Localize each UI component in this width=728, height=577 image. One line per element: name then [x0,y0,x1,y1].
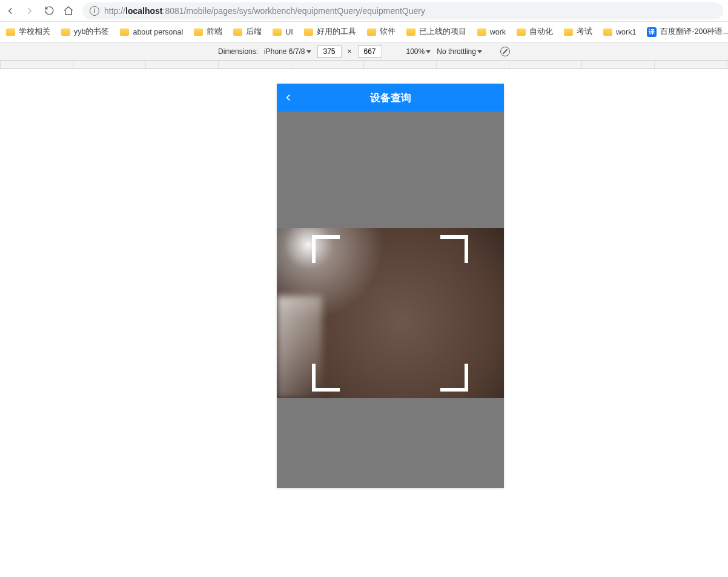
bookmark-item[interactable]: about personal [120,28,183,36]
folder-icon [6,28,15,36]
rotate-icon[interactable] [500,47,510,56]
bookmark-label: 前端 [207,27,222,37]
device-canvas: 设备查询 [0,69,728,577]
bookmark-label: about personal [133,28,183,36]
translate-icon: 译 [647,27,657,37]
bookmark-label: 已上线的项目 [419,27,466,37]
folder-icon [564,28,573,36]
bookmark-item[interactable]: work [477,28,506,36]
url-bar[interactable]: i http://localhost:8081/mobile/pages/sys… [82,2,723,19]
folder-icon [304,28,313,36]
bookmark-label: work [490,28,506,36]
folder-icon [477,28,486,36]
folder-icon [233,28,242,36]
site-info-icon[interactable]: i [90,6,99,16]
throttling-dropdown[interactable]: No throttling [437,47,482,56]
scan-corner-icon [440,235,468,263]
chevron-down-icon [477,50,482,53]
bookmark-label: 自动化 [529,27,553,37]
bookmark-item[interactable]: 学校相关 [6,27,50,37]
bookmarks-bar: 学校相关yyb的书签about personal前端后端UI好用的工具软件已上线… [0,22,728,42]
bookmark-item[interactable]: 前端 [194,27,222,37]
bookmark-label: 好用的工具 [317,27,356,37]
bookmark-item[interactable]: 自动化 [517,27,553,37]
height-input[interactable] [358,45,382,58]
bookmark-label: 学校相关 [19,27,50,37]
bookmark-label: 后端 [246,27,262,37]
ruler [0,61,728,69]
folder-icon [603,28,612,36]
bookmark-label: 百度翻译-200种语... [660,27,728,37]
scan-frame [312,235,468,392]
scan-corner-icon [312,235,340,263]
bookmark-item[interactable]: 软件 [367,27,395,37]
chevron-left-icon [284,91,293,104]
bookmark-item[interactable]: 好用的工具 [304,27,356,37]
folder-icon [517,28,526,36]
app-header: 设备查询 [277,84,504,112]
bookmark-label: 软件 [380,27,395,37]
scan-corner-icon [440,364,468,392]
page-title: 设备查询 [370,91,411,105]
bookmark-item[interactable]: 已上线的项目 [406,27,466,37]
bookmark-item[interactable]: 考试 [564,27,592,37]
folder-icon [273,28,282,36]
bookmark-item[interactable]: UI [273,28,293,36]
browser-nav-bar: i http://localhost:8081/mobile/pages/sys… [0,0,728,22]
bookmark-label: work1 [616,28,636,36]
device-preset-dropdown[interactable]: iPhone 6/7/8 [264,47,311,56]
devtools-device-toolbar: Dimensions: iPhone 6/7/8 × 100% No throt… [0,42,728,61]
bookmark-item[interactable]: yyb的书签 [61,27,109,37]
bookmark-label: 考试 [577,27,592,37]
chevron-down-icon [306,50,311,53]
camera-scanner-view[interactable] [277,228,504,398]
folder-icon [61,28,70,36]
folder-icon [194,28,203,36]
bookmark-item[interactable]: 后端 [233,27,262,37]
bookmark-item[interactable]: 译百度翻译-200种语... [647,27,728,37]
bookmark-label: UI [285,28,293,36]
folder-icon [367,28,376,36]
reload-icon[interactable] [44,5,55,16]
chevron-down-icon [426,50,431,53]
folder-icon [406,28,415,36]
back-icon[interactable] [5,5,16,16]
zoom-dropdown[interactable]: 100% [406,47,431,56]
home-icon[interactable] [63,5,74,16]
url-text: http://localhost:8081/mobile/pages/sys/w… [104,6,425,16]
dimensions-label: Dimensions: [218,47,258,56]
bookmark-label: yyb的书签 [74,27,109,37]
back-button[interactable] [284,84,293,112]
bookmark-item[interactable]: work1 [603,28,636,36]
scan-corner-icon [312,364,340,392]
width-input[interactable] [317,45,342,58]
dimension-separator: × [348,47,352,56]
folder-icon [120,28,129,36]
device-frame: 设备查询 [277,84,504,488]
forward-icon[interactable] [24,5,35,16]
